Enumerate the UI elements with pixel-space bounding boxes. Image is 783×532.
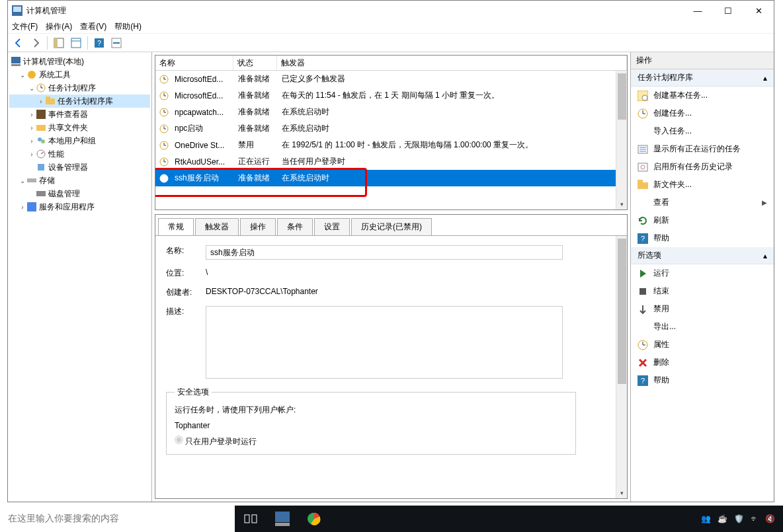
task-row[interactable]: MicrosoftEd...准备就绪在每天的 11:54 - 触发后，在 1 天…	[155, 87, 627, 104]
menu-help[interactable]: 帮助(H)	[114, 21, 142, 32]
detail-tab[interactable]: 条件	[277, 218, 313, 236]
action-item[interactable]: 运行	[631, 264, 774, 282]
tree-local-users[interactable]: › 本地用户和组	[9, 134, 150, 147]
tray-icon[interactable]: 👥	[701, 514, 711, 523]
clock-icon	[159, 75, 169, 84]
task-row[interactable]: MicrosoftEd...准备就绪已定义多个触发器	[155, 71, 627, 87]
detail-tab[interactable]: 常规	[158, 218, 194, 236]
detail-tab[interactable]: 触发器	[195, 218, 239, 236]
svg-rect-58	[638, 163, 647, 171]
taskbar-app-chrome[interactable]	[298, 506, 330, 532]
task-name: RtkAudUSer...	[171, 157, 234, 167]
action-item[interactable]: 删除	[631, 354, 774, 371]
scrollbar-thumb[interactable]	[618, 239, 626, 384]
tree-task-scheduler[interactable]: ⌄ 任务计划程序	[9, 81, 150, 95]
run-only-logged-radio[interactable]	[175, 436, 183, 444]
actions-section-selected[interactable]: 所选项 ▴	[631, 247, 774, 264]
menu-file[interactable]: 文件(F)	[12, 21, 38, 32]
menu-action[interactable]: 操作(A)	[46, 21, 72, 32]
collapse-icon[interactable]: ⌄	[19, 177, 26, 184]
tray-icon[interactable]: ᯤ	[751, 514, 759, 523]
action-item[interactable]: 创建基本任务...	[631, 87, 774, 104]
task-row[interactable]: ssh服务启动准备就绪在系统启动时	[155, 170, 627, 186]
action-item[interactable]: 导出...	[631, 318, 774, 336]
col-name[interactable]: 名称	[155, 56, 233, 70]
expand-icon[interactable]: ›	[28, 111, 36, 118]
task-row[interactable]: npcapwatch...准备就绪在系统启动时	[155, 104, 627, 120]
expand-icon[interactable]: ›	[19, 204, 26, 211]
action-item[interactable]: 查看▶	[631, 194, 774, 211]
action-item[interactable]: 创建任务...	[631, 104, 774, 122]
toolbar-extra-button[interactable]	[108, 35, 124, 51]
expand-icon[interactable]: ›	[28, 124, 36, 132]
maximize-button[interactable]: ☐	[713, 1, 743, 20]
scroll-down-button[interactable]: ▾	[616, 198, 627, 209]
tree-device-manager[interactable]: 设备管理器	[9, 161, 150, 174]
close-button[interactable]: ✕	[743, 1, 774, 20]
action-item[interactable]: 导入任务...	[631, 122, 774, 140]
taskbar-app-mmc[interactable]	[267, 506, 298, 532]
properties-button[interactable]	[68, 35, 84, 51]
task-row[interactable]: OneDrive St...禁用在 1992/5/1 的 11:00 时 - 触…	[155, 137, 627, 153]
taskbar: 在这里输入你要搜索的内容 👥 ☕ 🛡️ ᯤ 🔇	[0, 506, 783, 532]
tree-root[interactable]: 计算机管理(本地)	[9, 55, 150, 68]
run-only-logged-option[interactable]: 只在用户登录时运行	[175, 436, 567, 447]
tree-shared-folders[interactable]: › 共享文件夹	[9, 121, 150, 134]
scrollbar-vertical[interactable]: ▾	[616, 71, 627, 209]
action-item[interactable]: 禁用	[631, 300, 774, 318]
detail-tab[interactable]: 设置	[314, 218, 350, 236]
detail-tab[interactable]: 操作	[240, 218, 276, 236]
tree-task-library[interactable]: › 任务计划程序库	[9, 95, 150, 108]
collapse-icon[interactable]: ⌄	[28, 85, 36, 92]
task-row[interactable]: RtkAudUSer...正在运行当任何用户登录时	[155, 153, 627, 170]
tree-storage[interactable]: ⌄ 存储	[9, 174, 150, 187]
minimize-button[interactable]: —	[682, 1, 713, 20]
action-item[interactable]: 新文件夹...	[631, 176, 774, 194]
back-button[interactable]	[11, 35, 26, 51]
clock-icon	[159, 91, 169, 100]
scroll-down-button[interactable]: ▾	[616, 487, 627, 498]
action-item[interactable]: 启用所有任务历史记录	[631, 158, 774, 176]
expand-icon[interactable]: ›	[37, 98, 45, 105]
col-status[interactable]: 状态	[233, 56, 277, 70]
tray-volume-icon[interactable]: 🔇	[765, 514, 775, 523]
action-item[interactable]: 显示所有正在运行的任务	[631, 140, 774, 158]
task-row[interactable]: npc启动准备就绪在系统启动时	[155, 120, 627, 137]
tree-services-apps[interactable]: › 服务和应用程序	[9, 200, 150, 213]
svg-rect-3	[54, 38, 58, 48]
help-button[interactable]: ?	[91, 35, 107, 51]
scrollbar-thumb[interactable]	[618, 73, 626, 120]
taskbar-search[interactable]: 在这里输入你要搜索的内容	[0, 506, 235, 532]
desc-field[interactable]	[206, 306, 563, 379]
system-tray[interactable]: 👥 ☕ 🛡️ ᯤ 🔇	[701, 514, 783, 523]
action-label: 刷新	[653, 215, 669, 226]
tree-system-tools[interactable]: ⌄ 系统工具	[9, 68, 150, 81]
tree-disk-mgmt[interactable]: 磁盘管理	[9, 187, 150, 200]
action-item[interactable]: 结束	[631, 282, 774, 300]
expand-icon[interactable]: ›	[28, 137, 36, 145]
menu-view[interactable]: 查看(V)	[80, 21, 106, 32]
tray-icon[interactable]: ☕	[718, 514, 727, 523]
action-item[interactable]: 属性	[631, 336, 774, 354]
action-item[interactable]: ?帮助	[631, 371, 774, 389]
action-item[interactable]: 刷新	[631, 211, 774, 229]
tree-performance[interactable]: › 性能	[9, 147, 150, 161]
forward-button[interactable]	[28, 35, 44, 51]
show-hide-tree-button[interactable]	[51, 35, 67, 51]
col-trigger[interactable]: 触发器	[277, 56, 627, 70]
svg-rect-18	[36, 110, 46, 119]
action-item[interactable]: ?帮助	[631, 229, 774, 247]
action-label: 查看	[653, 197, 669, 208]
security-legend: 安全选项	[175, 387, 212, 398]
tray-icon[interactable]: 🛡️	[734, 514, 744, 523]
expand-icon[interactable]: ›	[28, 151, 36, 158]
name-field[interactable]	[206, 245, 563, 260]
detail-scrollbar[interactable]: ▾	[616, 236, 627, 498]
task-view-button[interactable]	[235, 506, 267, 532]
task-name: OneDrive St...	[171, 141, 234, 150]
detail-tab[interactable]: 历史记录(已禁用)	[351, 218, 432, 236]
collapse-icon[interactable]: ⌄	[19, 71, 26, 79]
tree-event-viewer[interactable]: › 事件查看器	[9, 108, 150, 121]
actions-section-library[interactable]: 任务计划程序库 ▴	[631, 69, 774, 87]
task-trigger: 在系统启动时	[278, 123, 627, 134]
